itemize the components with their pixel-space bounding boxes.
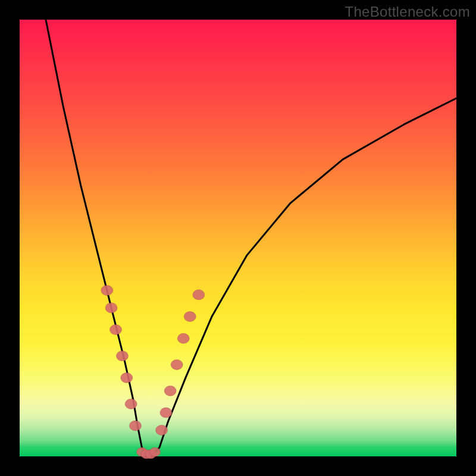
svg-point-9 <box>164 386 176 396</box>
curve-line <box>46 20 456 456</box>
curve-markers <box>101 286 205 459</box>
svg-point-7 <box>156 425 168 436</box>
svg-point-17 <box>150 447 161 456</box>
svg-point-13 <box>193 290 205 300</box>
svg-point-12 <box>184 312 196 322</box>
svg-point-0 <box>101 286 113 296</box>
plot-area <box>20 20 456 456</box>
watermark-text: TheBottleneck.com <box>345 4 470 20</box>
svg-point-5 <box>125 399 137 409</box>
svg-point-3 <box>117 351 129 361</box>
svg-point-2 <box>110 325 122 335</box>
svg-point-4 <box>121 372 133 383</box>
svg-point-8 <box>160 408 172 418</box>
svg-point-6 <box>130 421 142 431</box>
svg-point-10 <box>171 359 183 369</box>
curve-svg <box>20 20 456 456</box>
svg-point-1 <box>105 303 117 313</box>
chart-frame: TheBottleneck.com <box>0 0 476 476</box>
svg-point-11 <box>177 333 189 343</box>
